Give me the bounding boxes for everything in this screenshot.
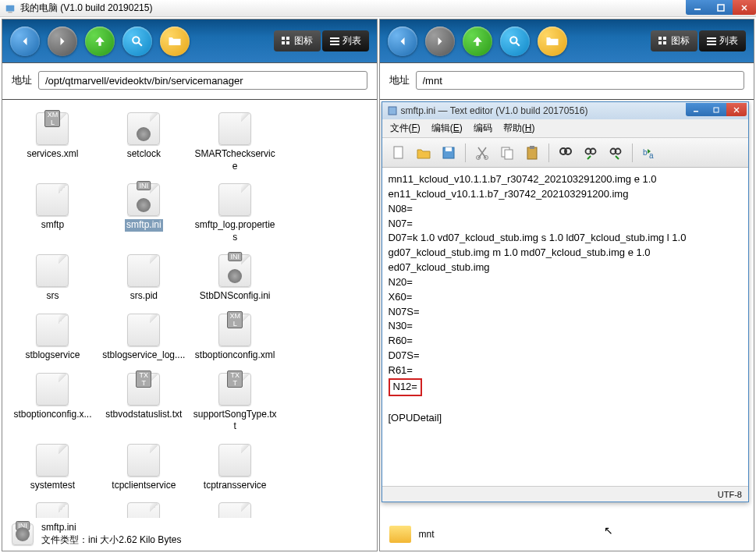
file-item[interactable]: tcpclientservice bbox=[98, 436, 190, 495]
left-file-area[interactable]: XMLservices.xmlsetclockSMARTcheckservice… bbox=[2, 100, 377, 518]
editor-minimize-button[interactable] bbox=[686, 103, 706, 116]
editor-toolbar: ba bbox=[382, 138, 749, 168]
svg-rect-20 bbox=[389, 107, 396, 115]
file-item[interactable]: TXTsupportSongType.txt bbox=[190, 365, 281, 436]
editor-close-button[interactable] bbox=[726, 103, 747, 116]
editor-titlebar[interactable]: smftp.ini — Text editor (V1.0 build 2017… bbox=[382, 102, 749, 119]
replace-icon[interactable]: ba bbox=[639, 143, 659, 163]
file-item[interactable] bbox=[190, 495, 281, 518]
view-list-button[interactable]: 列表 bbox=[699, 30, 746, 51]
right-toolbar: 图标 列表 bbox=[380, 19, 754, 63]
forward-button[interactable] bbox=[48, 27, 77, 56]
file-item[interactable] bbox=[7, 495, 98, 518]
file-label: systemtest bbox=[30, 480, 75, 492]
paste-icon[interactable] bbox=[522, 143, 542, 163]
file-item[interactable]: srs.pid bbox=[98, 246, 190, 306]
file-item[interactable]: stboptionconfig.x... bbox=[7, 365, 98, 436]
left-address-input[interactable] bbox=[38, 71, 367, 90]
cut-icon[interactable] bbox=[472, 143, 492, 163]
svg-rect-5 bbox=[282, 37, 285, 40]
file-icon bbox=[218, 112, 251, 145]
menu-edit[interactable]: 编辑(E) bbox=[431, 122, 463, 135]
file-item[interactable]: stblogservice bbox=[7, 306, 98, 365]
file-item[interactable]: tcptransservice bbox=[190, 436, 281, 495]
file-icon bbox=[36, 183, 69, 216]
svg-rect-22 bbox=[714, 108, 719, 112]
up-button[interactable] bbox=[85, 27, 115, 56]
file-item[interactable]: XMLstboptionconfig.xml bbox=[190, 306, 281, 365]
file-item[interactable]: XMLservices.xml bbox=[7, 105, 98, 175]
file-label: stboptionconfig.x... bbox=[13, 409, 91, 421]
file-item[interactable] bbox=[98, 495, 190, 518]
up-button[interactable] bbox=[463, 27, 492, 56]
folder-button[interactable] bbox=[160, 27, 190, 56]
file-label: smftp.ini bbox=[125, 219, 163, 232]
svg-point-4 bbox=[133, 37, 139, 43]
right-address-row: 地址 bbox=[380, 63, 754, 100]
menu-file[interactable]: 文件(F) bbox=[390, 122, 421, 135]
status-file-icon: INI bbox=[12, 523, 34, 545]
editor-text-area[interactable]: mn11_kcloud_v10.1.1.b7_r30742_2021032912… bbox=[382, 168, 749, 486]
close-button[interactable] bbox=[733, 0, 756, 15]
find-next-icon[interactable] bbox=[605, 143, 626, 163]
menu-help[interactable]: 帮助(H) bbox=[503, 122, 535, 135]
file-item[interactable]: stblogservice_log.... bbox=[98, 306, 190, 365]
copy-icon[interactable] bbox=[497, 143, 517, 163]
view-list-button[interactable]: 列表 bbox=[322, 30, 369, 51]
search-button[interactable] bbox=[500, 27, 530, 56]
editor-menubar: 文件(F) 编辑(E) 编码 帮助(H) bbox=[382, 119, 749, 138]
editor-icon bbox=[387, 105, 398, 116]
view-icons-button[interactable]: 图标 bbox=[651, 30, 697, 51]
find-prev-icon[interactable] bbox=[580, 143, 601, 163]
file-label: SMARTcheckservice bbox=[193, 148, 277, 172]
file-label: stblogservice bbox=[25, 349, 80, 362]
svg-rect-2 bbox=[694, 9, 701, 10]
right-file-area[interactable]: smftp.ini — Text editor (V1.0 build 2017… bbox=[380, 100, 754, 518]
file-item[interactable]: setclock bbox=[98, 105, 190, 175]
forward-button[interactable] bbox=[425, 27, 455, 56]
svg-point-12 bbox=[510, 37, 516, 43]
file-item[interactable]: smftp bbox=[7, 175, 98, 246]
encoding-label: UTF-8 bbox=[718, 490, 742, 499]
file-item[interactable]: smftp_log.properties bbox=[190, 175, 281, 246]
svg-rect-13 bbox=[658, 37, 662, 40]
file-item[interactable]: srs bbox=[7, 246, 98, 306]
file-icon: XML bbox=[36, 112, 69, 145]
file-label: smftp bbox=[41, 219, 64, 232]
svg-rect-16 bbox=[663, 41, 666, 44]
svg-rect-0 bbox=[6, 5, 15, 11]
svg-rect-17 bbox=[707, 37, 716, 39]
left-address-row: 地址 bbox=[2, 63, 377, 100]
folder-icon bbox=[389, 526, 411, 543]
save-icon[interactable] bbox=[438, 143, 459, 163]
back-button[interactable] bbox=[388, 27, 417, 56]
svg-rect-11 bbox=[330, 44, 339, 45]
open-file-icon[interactable] bbox=[413, 143, 434, 163]
back-button[interactable] bbox=[10, 27, 40, 56]
svg-rect-31 bbox=[530, 146, 534, 149]
file-item[interactable]: INIsmftp.ini bbox=[98, 175, 190, 246]
file-item[interactable]: TXTstbvodstatuslist.txt bbox=[98, 365, 190, 436]
status-info: 文件类型：ini 大小2.62 Kilo Bytes bbox=[41, 534, 181, 547]
view-icons-button[interactable]: 图标 bbox=[274, 30, 321, 51]
address-label: 地址 bbox=[12, 73, 32, 87]
find-icon[interactable] bbox=[555, 143, 576, 163]
folder-button[interactable] bbox=[538, 27, 567, 56]
file-icon bbox=[36, 314, 69, 346]
search-button[interactable] bbox=[122, 27, 152, 56]
file-item[interactable]: systemtest bbox=[7, 436, 98, 495]
file-item[interactable]: SMARTcheckservice bbox=[190, 105, 281, 175]
editor-title-text: smftp.ini — Text editor (V1.0 build 2017… bbox=[401, 105, 588, 116]
file-item[interactable]: INIStbDNSconfig.ini bbox=[190, 246, 281, 306]
maximize-button[interactable] bbox=[709, 0, 733, 15]
menu-encoding[interactable]: 编码 bbox=[474, 122, 492, 135]
right-address-input[interactable] bbox=[416, 71, 745, 90]
right-panel: 图标 列表 地址 smftp.ini — Text editor (V1.0 b… bbox=[379, 19, 755, 551]
editor-maximize-button[interactable] bbox=[706, 103, 726, 116]
svg-rect-23 bbox=[394, 147, 403, 158]
file-icon bbox=[218, 502, 251, 518]
svg-rect-14 bbox=[663, 37, 666, 40]
right-statusbar: mnt ↖ bbox=[380, 518, 754, 551]
minimize-button[interactable] bbox=[686, 0, 709, 15]
new-file-icon[interactable] bbox=[389, 143, 409, 163]
